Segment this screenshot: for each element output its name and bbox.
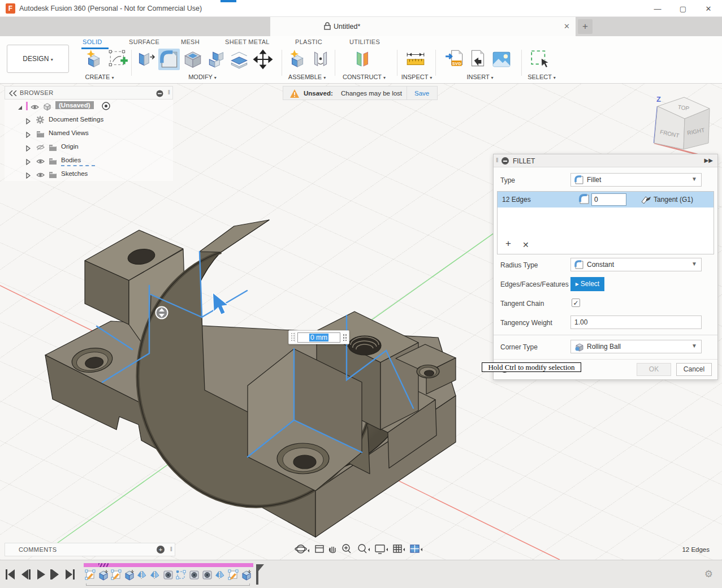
ribbon-tab-surface[interactable]: SURFACE (129, 38, 159, 45)
comments-grip[interactable]: ‖ (170, 546, 172, 552)
group-label-select[interactable]: SELECT ▾ (528, 74, 556, 80)
browser-item-label[interactable]: (Unsaved) (55, 101, 94, 109)
timeline-feature-pattern[interactable] (176, 569, 187, 581)
timeline-feature-mirror[interactable] (137, 569, 148, 581)
expand-arrow[interactable] (26, 130, 31, 140)
save-link[interactable]: Save (414, 90, 429, 97)
browser-minimize-icon[interactable] (156, 90, 163, 97)
workspace-selector[interactable]: DESIGN ▾ (7, 45, 69, 73)
expand-arrow[interactable] (26, 171, 31, 181)
dialog-collapse-icon[interactable] (501, 157, 509, 165)
joint-icon[interactable] (310, 49, 331, 70)
browser-item-label[interactable]: Origin (61, 143, 79, 150)
ribbon-tab-solid[interactable]: SOLID (83, 38, 102, 45)
expand-arrow[interactable] (26, 116, 31, 127)
grid-settings-icon[interactable] (394, 545, 401, 552)
viewport[interactable]: BROWSER ‖ (Unsaved)Document SettingsName… (0, 84, 722, 560)
browser-header[interactable]: BROWSER ‖ (5, 86, 173, 100)
cancel-button[interactable]: Cancel (676, 363, 712, 376)
ribbon-tab-sheet-metal[interactable]: SHEET METAL (225, 38, 270, 45)
timeline-settings-gear-icon[interactable]: ⚙ (704, 568, 713, 580)
browser-item-unsaved[interactable]: (Unsaved) (5, 100, 173, 113)
browser-item-origin[interactable]: Origin (5, 140, 173, 154)
browser-item-label[interactable]: Sketches (61, 170, 88, 177)
fillet-icon[interactable] (158, 49, 180, 70)
collapse-icon[interactable] (9, 90, 17, 96)
activate-radio[interactable] (102, 102, 110, 113)
browser-item-label[interactable]: Named Views (49, 129, 89, 136)
play-button[interactable] (37, 569, 45, 580)
press-pull-icon[interactable] (135, 49, 156, 70)
add-comment-icon[interactable]: + (157, 546, 165, 554)
minimize-button[interactable]: — (649, 4, 666, 14)
step-back-button[interactable] (21, 569, 31, 580)
type-dropdown[interactable]: Fillet ▼ (570, 173, 702, 187)
timeline-feature-mirror[interactable] (215, 569, 226, 581)
look-at-icon[interactable] (315, 546, 323, 552)
document-tab[interactable]: Untitled* ✕ (270, 17, 576, 36)
tangent-chain-checkbox[interactable]: ✓ (572, 299, 580, 307)
browser-item-documentsettings[interactable]: Document Settings (5, 113, 173, 127)
ribbon-tab-utilities[interactable]: UTILITIES (349, 38, 380, 45)
browser-item-label[interactable]: Document Settings (49, 116, 103, 123)
construct-plane-icon[interactable] (352, 49, 373, 70)
skip-to-start-button[interactable] (6, 569, 15, 580)
expand-arrow[interactable] (17, 103, 23, 113)
browser-item-bodies[interactable]: Bodies (5, 154, 173, 167)
edges-row[interactable]: 12 Edges 0 Tangent (G1) (498, 192, 714, 207)
orbit-icon[interactable] (297, 545, 305, 553)
move-copy-icon[interactable] (252, 49, 274, 70)
ribbon-tab-plastic[interactable]: PLASTIC (295, 38, 322, 45)
ribbon-tab-mesh[interactable]: MESH (181, 38, 200, 45)
select-icon[interactable] (529, 49, 551, 70)
grid-caret[interactable] (403, 548, 405, 551)
browser-grip[interactable]: ‖ (168, 89, 170, 96)
dialog-expand-icon[interactable]: ▶▶ (704, 157, 713, 163)
new-component-icon[interactable] (286, 49, 308, 70)
timeline-playhead[interactable] (255, 563, 264, 586)
timeline-feature-extrude[interactable] (98, 569, 109, 581)
ok-button[interactable]: OK (637, 363, 671, 376)
timeline-group-bar[interactable] (84, 563, 253, 567)
offset-face-icon[interactable] (228, 49, 250, 70)
timeline-feature-sketch[interactable] (85, 569, 96, 581)
shell-icon[interactable] (182, 49, 204, 70)
expand-arrow[interactable] (26, 144, 31, 154)
skip-to-end-button[interactable] (66, 569, 75, 580)
group-label-insert[interactable]: INSERT ▾ (466, 74, 493, 80)
browser-item-label[interactable]: Bodies (61, 157, 81, 163)
viewports-caret[interactable] (421, 548, 422, 551)
fit-caret[interactable] (368, 548, 370, 551)
timeline-feature-sketch[interactable] (228, 569, 239, 581)
group-label-modify[interactable]: MODIFY ▾ (188, 74, 217, 80)
group-label-construct[interactable]: CONSTRUCT ▾ (343, 74, 386, 80)
browser-item-sketches[interactable]: Sketches (5, 167, 173, 181)
fillet-dialog-header[interactable]: ‖ FILLET ▶▶ (494, 154, 717, 167)
remove-selection-button[interactable]: ✕ (522, 240, 529, 249)
group-label-assemble[interactable]: ASSEMBLE ▾ (288, 74, 326, 80)
model-body[interactable] (45, 220, 456, 537)
browser-item-namedviews[interactable]: Named Views (5, 127, 173, 140)
visibility-eye-off-icon[interactable] (36, 143, 45, 153)
add-selection-button[interactable]: + (505, 238, 511, 249)
dimension-input[interactable]: 0 mm (297, 332, 340, 343)
timeline-feature-mirror[interactable] (150, 569, 161, 581)
orbit-caret[interactable] (308, 549, 309, 552)
visibility-eye-icon[interactable] (36, 157, 45, 167)
display-caret[interactable] (386, 548, 388, 551)
insert-derive-icon[interactable] (467, 49, 488, 70)
input-drag-grip[interactable] (291, 332, 295, 342)
group-label-create[interactable]: CREATE ▾ (85, 74, 114, 80)
insert-svg-icon[interactable]: SVG (444, 49, 466, 70)
measure-icon[interactable] (405, 49, 426, 70)
view-cube[interactable]: Z X TOP FRONT RIGHT (642, 89, 721, 163)
radius-input[interactable]: 0 (591, 193, 626, 206)
display-settings-icon[interactable] (375, 545, 384, 552)
dimension-input-box[interactable]: 0 mm (288, 330, 349, 344)
tangency-weight-input[interactable]: 1.00 (570, 315, 702, 329)
combine-icon[interactable] (206, 49, 227, 70)
create-primitive-icon[interactable] (83, 49, 104, 70)
radius-type-dropdown[interactable]: Constant ▼ (570, 258, 702, 271)
continuity-value[interactable]: Tangent (G1) (654, 196, 693, 204)
group-label-inspect[interactable]: INSPECT ▾ (401, 74, 433, 80)
